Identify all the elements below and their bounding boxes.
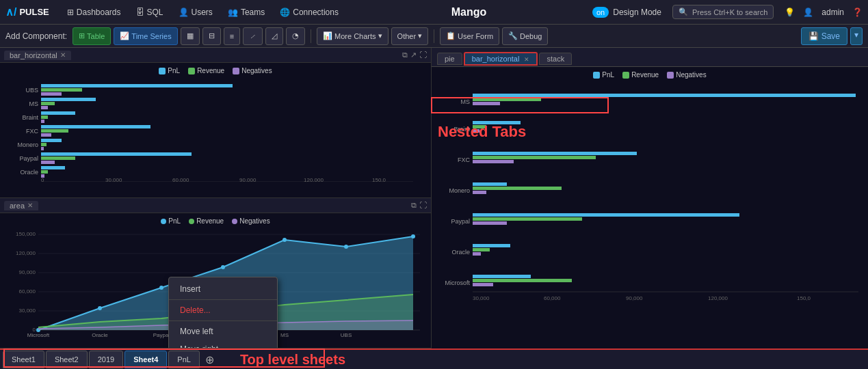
right-legend-pnl: PnL bbox=[593, 71, 614, 79]
expand-icon[interactable]: ⛶ bbox=[419, 51, 427, 59]
debug-button[interactable]: 🔧 Debug bbox=[502, 27, 548, 45]
legend-negatives-label: Negatives bbox=[241, 67, 272, 74]
toggle-on-label[interactable]: on bbox=[592, 7, 609, 18]
right-legend-negatives-dot bbox=[667, 72, 674, 79]
svg-point-52 bbox=[344, 245, 348, 249]
svg-rect-79 bbox=[473, 213, 739, 217]
sheet-2019[interactable]: 2019 bbox=[89, 351, 123, 368]
add-sheet-button[interactable]: ⊕ bbox=[201, 353, 218, 366]
time-series-button[interactable]: 📈 Time Series bbox=[114, 27, 177, 45]
svg-rect-75 bbox=[473, 182, 507, 186]
svg-rect-84 bbox=[473, 248, 490, 251]
svg-rect-20 bbox=[41, 152, 192, 156]
svg-text:30,000: 30,000 bbox=[105, 177, 122, 182]
more-charts-chevron: ▾ bbox=[378, 31, 382, 40]
nav-connections[interactable]: 🌐 Connections bbox=[273, 5, 345, 20]
bar-chart3-button[interactable]: ≡ bbox=[224, 27, 240, 45]
other-button[interactable]: Other ▾ bbox=[391, 27, 429, 45]
svg-text:90,000: 90,000 bbox=[239, 177, 257, 182]
area-chart-button[interactable]: ◿ bbox=[265, 27, 283, 45]
save-dropdown-button[interactable]: ▾ bbox=[850, 27, 863, 45]
svg-text:Monero: Monero bbox=[17, 141, 38, 148]
svg-text:60,000: 60,000 bbox=[19, 288, 36, 295]
save-button[interactable]: 💾 Save bbox=[801, 27, 847, 45]
chart-icons-bottom: ⧉ ⛶ bbox=[411, 201, 427, 210]
right-legend-revenue-dot bbox=[622, 72, 629, 79]
copy-icon-2[interactable]: ⧉ bbox=[411, 201, 417, 210]
legend-pnl-label: PnL bbox=[168, 67, 180, 74]
area-chart-icon: ◿ bbox=[272, 31, 277, 40]
legend-revenue-label: Revenue bbox=[197, 67, 224, 74]
copy-icon[interactable]: ⧉ bbox=[402, 51, 408, 59]
nav-users[interactable]: 👤 Users bbox=[172, 5, 220, 20]
area-tab[interactable]: area ✕ bbox=[4, 201, 38, 210]
notifications-icon[interactable]: 💡 bbox=[785, 8, 795, 17]
svg-text:60,000: 60,000 bbox=[172, 177, 189, 182]
tab-bar-horizontal[interactable]: bar_horizontal ✕ bbox=[464, 52, 538, 66]
svg-rect-1 bbox=[41, 88, 82, 92]
sheet-sheet2[interactable]: Sheet2 bbox=[46, 351, 88, 368]
svg-text:Monero: Monero bbox=[449, 187, 470, 194]
table-button[interactable]: ⊞ Table bbox=[73, 27, 111, 45]
svg-text:Paypal: Paypal bbox=[19, 155, 38, 162]
context-divider-2 bbox=[169, 320, 277, 321]
tab-bar-horizontal-close[interactable]: ✕ bbox=[524, 56, 529, 63]
bar-horizontal-close[interactable]: ✕ bbox=[60, 51, 66, 59]
svg-rect-4 bbox=[41, 98, 96, 101]
nav-dashboards[interactable]: ⊞ Dashboards bbox=[60, 5, 128, 20]
svg-text:UBS: UBS bbox=[341, 332, 352, 338]
external-icon[interactable]: ↗ bbox=[410, 51, 417, 59]
svg-point-50 bbox=[221, 265, 225, 269]
debug-icon: 🔧 bbox=[508, 31, 518, 40]
user-name[interactable]: admin bbox=[821, 8, 844, 17]
bar-chart2-button[interactable]: ⊟ bbox=[202, 27, 221, 45]
expand-icon-2[interactable]: ⛶ bbox=[419, 201, 427, 210]
svg-text:FXC: FXC bbox=[458, 156, 471, 163]
svg-text:MS: MS bbox=[29, 100, 39, 107]
debug-label: Debug bbox=[520, 32, 542, 40]
right-chart-body: PnL Revenue Negatives MS Brai bbox=[432, 67, 868, 348]
sheet-sheet1[interactable]: Sheet1 bbox=[3, 351, 44, 368]
more-charts-button[interactable]: 📊 More Charts ▾ bbox=[317, 27, 389, 45]
tab-pie[interactable]: pie bbox=[437, 53, 462, 65]
context-insert[interactable]: Insert bbox=[169, 280, 277, 298]
svg-text:Microsoft: Microsoft bbox=[27, 332, 50, 338]
context-move-right[interactable]: Move right bbox=[169, 340, 277, 348]
design-mode-toggle[interactable]: on Design Mode bbox=[592, 7, 661, 18]
svg-rect-85 bbox=[473, 252, 481, 256]
bar-chart-icon: ▦ bbox=[187, 31, 194, 40]
svg-text:Oracle: Oracle bbox=[451, 249, 470, 256]
tab-stack[interactable]: stack bbox=[539, 53, 572, 65]
bar-chart-button[interactable]: ▦ bbox=[181, 27, 200, 45]
bar-horizontal-body: PnL Revenue Negatives UBS bbox=[0, 63, 431, 197]
nav-sql[interactable]: 🗄 SQL bbox=[129, 5, 170, 20]
sql-icon: 🗄 bbox=[136, 8, 144, 17]
bar-horizontal-tab-label: bar_horizontal bbox=[10, 51, 57, 59]
svg-rect-88 bbox=[473, 279, 572, 282]
sheet-sheet4[interactable]: Sheet4 bbox=[124, 351, 167, 368]
time-series-icon: 📈 bbox=[120, 31, 129, 40]
nav-teams[interactable]: 👥 Teams bbox=[221, 5, 272, 20]
tab-pie-label: pie bbox=[445, 55, 455, 63]
search-icon: 🔍 bbox=[679, 8, 688, 16]
help-icon[interactable]: ❓ bbox=[852, 8, 863, 17]
dashboards-icon: ⊞ bbox=[67, 8, 74, 17]
bar-rect bbox=[41, 84, 233, 87]
svg-text:150,000: 150,000 bbox=[16, 231, 36, 237]
svg-rect-14 bbox=[41, 133, 51, 137]
bar-horizontal-tab[interactable]: bar_horizontal ✕ bbox=[4, 51, 71, 60]
pie-chart-button[interactable]: ◔ bbox=[286, 27, 305, 45]
area-panel: area ✕ ⧉ ⛶ PnL Revenue bbox=[0, 198, 431, 348]
area-close[interactable]: ✕ bbox=[27, 202, 33, 209]
line-chart-button[interactable]: ⟋ bbox=[243, 27, 263, 45]
user-form-button[interactable]: 📋 User Form bbox=[440, 27, 499, 45]
context-delete[interactable]: Delete... bbox=[169, 301, 277, 319]
sheet-pnl[interactable]: PnL bbox=[168, 351, 200, 368]
context-move-left[interactable]: Move left bbox=[169, 323, 277, 340]
context-divider bbox=[169, 299, 277, 300]
search-box[interactable]: 🔍 Press Ctrl+K to search bbox=[672, 5, 774, 19]
right-legend-revenue: Revenue bbox=[622, 71, 659, 79]
navbar: ∧/ PULSE ⊞ Dashboards 🗄 SQL 👤 Users 👥 Te… bbox=[0, 0, 868, 25]
right-legend-pnl-dot bbox=[593, 72, 600, 79]
svg-rect-10 bbox=[41, 120, 44, 123]
